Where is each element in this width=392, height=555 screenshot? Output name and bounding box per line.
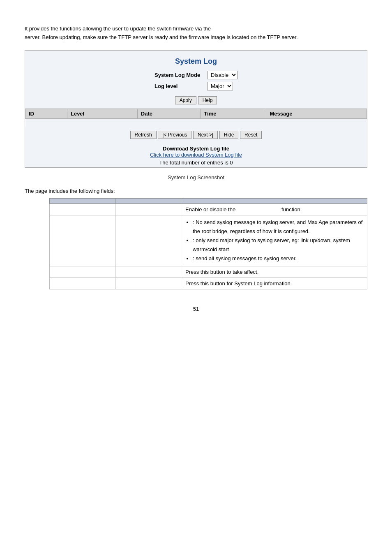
col-time: Time: [201, 109, 266, 118]
fields-table: Enable or disable the function. : No sen…: [49, 198, 367, 289]
table-row: Enable or disable the function.: [50, 204, 367, 215]
download-link[interactable]: Click here to download System Log file: [150, 152, 242, 158]
syslog-form: System Log Mode Disable Enable Log level…: [25, 71, 367, 109]
download-title: Download System Log file: [25, 146, 367, 152]
list-item: : only send major syslog to syslog serve…: [193, 236, 363, 254]
table-row: Press this button for System Log informa…: [50, 278, 367, 289]
previous-button[interactable]: |< Previous: [158, 131, 191, 139]
level-row: Log level Major Minor Info: [154, 82, 238, 90]
reset-button[interactable]: Reset: [240, 131, 262, 139]
fields-header-col3: [181, 199, 367, 204]
table-row: Press this button to take affect.: [50, 266, 367, 278]
field-name-4: [115, 215, 181, 266]
fields-intro: The page includes the following fields:: [25, 188, 367, 194]
col-date: Date: [137, 109, 201, 118]
log-table: ID Level Date Time Message: [25, 109, 367, 127]
bullet-list: : No send syslog message to syslog serve…: [185, 218, 363, 263]
screenshot-label: System Log Screenshot: [25, 174, 367, 180]
apply-button[interactable]: Apply: [175, 96, 196, 104]
field-name-5: [50, 266, 115, 278]
table-row: : No send syslog message to syslog serve…: [50, 215, 367, 266]
syslog-panel: System Log System Log Mode Disable Enabl…: [25, 50, 367, 168]
col-message: Message: [266, 109, 367, 118]
form-fields: System Log Mode Disable Enable Log level…: [154, 71, 238, 90]
field-name-8: [115, 278, 181, 289]
mode-label: System Log Mode: [154, 72, 204, 78]
total-entries: The total number of entries is 0: [25, 160, 367, 166]
intro-line2: server. Before updating, make sure the T…: [25, 33, 367, 42]
empty-row: [25, 118, 367, 127]
download-section: Download System Log file Click here to d…: [25, 143, 367, 167]
fields-header-row: [50, 199, 367, 204]
fields-section: The page includes the following fields: …: [25, 188, 367, 289]
intro-line1: It provides the functions allowing the u…: [25, 25, 367, 33]
hide-button[interactable]: Hide: [219, 131, 239, 139]
mode-row: System Log Mode Disable Enable: [154, 71, 238, 79]
next-button[interactable]: Next >|: [193, 131, 218, 139]
field-name-6: [115, 266, 181, 278]
field-desc-3: Press this button to take affect.: [181, 266, 367, 278]
level-select[interactable]: Major Minor Info: [207, 82, 233, 90]
fields-header-col1: [50, 199, 115, 204]
level-label: Log level: [154, 83, 204, 89]
help-button[interactable]: Help: [198, 96, 217, 104]
field-name-2: [115, 204, 181, 215]
field-name-1: [50, 204, 115, 215]
log-nav-row: Refresh |< Previous Next >| Hide Reset: [25, 127, 367, 143]
syslog-title: System Log: [25, 51, 367, 71]
col-id: ID: [25, 109, 67, 118]
field-desc-4: Press this button for System Log informa…: [181, 278, 367, 289]
fields-header-col2: [115, 199, 181, 204]
intro-paragraph: It provides the functions allowing the u…: [25, 25, 367, 42]
page-number: 51: [25, 306, 367, 312]
form-btn-row: Apply Help: [175, 96, 217, 104]
field-desc-1: Enable or disable the function.: [181, 204, 367, 215]
mode-select[interactable]: Disable Enable: [207, 71, 238, 79]
list-item: : No send syslog message to syslog serve…: [193, 218, 363, 236]
table-header-row: ID Level Date Time Message: [25, 109, 367, 118]
refresh-button[interactable]: Refresh: [130, 131, 157, 139]
field-desc-2: : No send syslog message to syslog serve…: [181, 215, 367, 266]
list-item: : send all syslog messages to syslog ser…: [193, 254, 363, 263]
field-name-3: [50, 215, 115, 266]
field-name-7: [50, 278, 115, 289]
col-level: Level: [67, 109, 137, 118]
